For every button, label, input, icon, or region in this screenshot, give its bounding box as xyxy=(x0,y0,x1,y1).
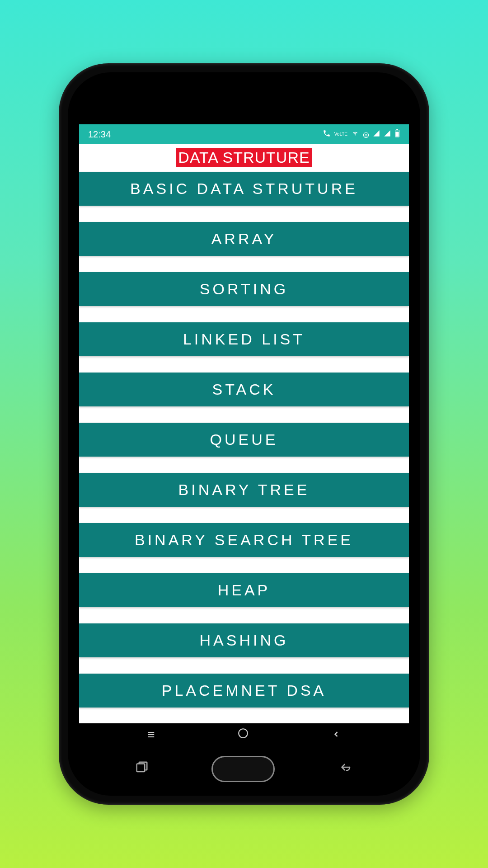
status-bar: 12:34 VoLTE ◎ xyxy=(79,124,409,144)
menu-item-binary-tree[interactable]: BINARY TREE xyxy=(79,473,409,507)
menu-item-placement-dsa[interactable]: PLACEMNET DSA xyxy=(79,674,409,708)
menu-label: ARRAY xyxy=(211,230,277,247)
call-icon xyxy=(323,129,331,139)
menu-label: SORTING xyxy=(200,280,288,297)
menu-item-stack[interactable]: STACK xyxy=(79,373,409,406)
nav-home-icon[interactable] xyxy=(237,727,249,742)
menu-list[interactable]: BASIC DATA STRUTURE ARRAY SORTING LINKED… xyxy=(79,172,409,723)
menu-label: BINARY TREE xyxy=(178,481,310,498)
lte-icon: VoLTE xyxy=(334,132,347,137)
signal-icon-2 xyxy=(384,130,391,139)
hotspot-icon: ◎ xyxy=(363,130,369,139)
hardware-buttons xyxy=(68,756,420,782)
menu-label: QUEUE xyxy=(210,431,278,448)
menu-label: BINARY SEARCH TREE xyxy=(135,531,353,548)
content-area: DATA STRUTURE BASIC DATA STRUTURE ARRAY … xyxy=(79,144,409,723)
android-nav-bar: ≡ xyxy=(79,723,409,746)
menu-item-heap[interactable]: HEAP xyxy=(79,573,409,607)
status-time: 12:34 xyxy=(88,129,111,140)
menu-label: BASIC DATA STRUTURE xyxy=(130,180,358,197)
menu-label: HEAP xyxy=(218,581,271,599)
menu-label: STACK xyxy=(212,381,276,398)
hw-home-button[interactable] xyxy=(211,756,275,782)
nav-menu-icon[interactable]: ≡ xyxy=(147,727,155,742)
menu-item-hashing[interactable]: HASHING xyxy=(79,623,409,657)
menu-item-basic[interactable]: BASIC DATA STRUTURE xyxy=(79,172,409,206)
svg-rect-4 xyxy=(137,764,145,772)
menu-label: HASHING xyxy=(200,632,289,649)
signal-icon-1 xyxy=(373,130,380,139)
svg-point-3 xyxy=(239,729,248,738)
nav-back-icon[interactable] xyxy=(332,727,341,742)
wifi-icon xyxy=(351,129,359,139)
menu-item-bst[interactable]: BINARY SEARCH TREE xyxy=(79,523,409,557)
title-banner: DATA STRUTURE xyxy=(79,144,409,172)
page-title: DATA STRUTURE xyxy=(176,148,311,167)
battery-icon xyxy=(394,129,400,139)
hw-back-icon[interactable] xyxy=(338,760,353,778)
menu-item-queue[interactable]: QUEUE xyxy=(79,423,409,457)
hw-recent-icon[interactable] xyxy=(135,760,149,778)
phone-inner: 12:34 VoLTE ◎ xyxy=(68,72,420,796)
menu-label: PLACEMNET DSA xyxy=(162,682,327,699)
menu-item-array[interactable]: ARRAY xyxy=(79,222,409,256)
status-icons: VoLTE ◎ xyxy=(323,129,400,139)
menu-label: LINKED LIST xyxy=(183,330,305,348)
phone-frame: 12:34 VoLTE ◎ xyxy=(59,63,429,805)
svg-rect-2 xyxy=(395,132,399,137)
menu-item-linked-list[interactable]: LINKED LIST xyxy=(79,322,409,356)
menu-item-sorting[interactable]: SORTING xyxy=(79,272,409,306)
app-screen: 12:34 VoLTE ◎ xyxy=(79,124,409,746)
svg-rect-1 xyxy=(396,129,398,130)
